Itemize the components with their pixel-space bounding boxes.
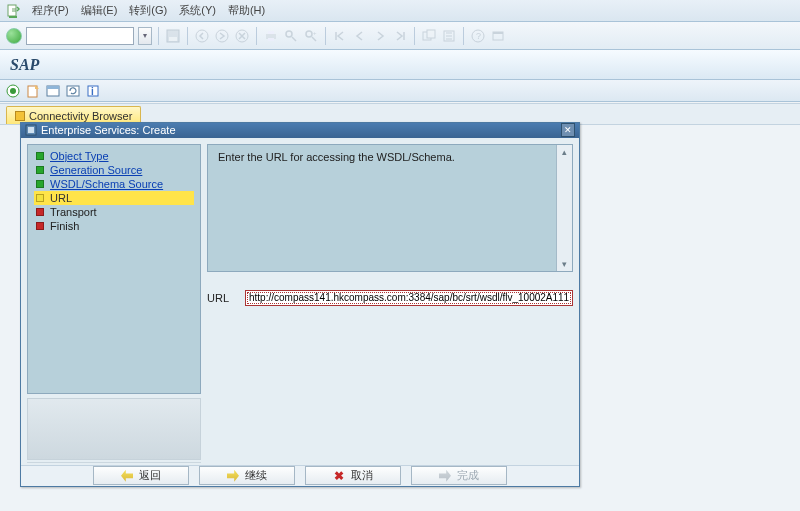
svg-point-3 bbox=[196, 30, 208, 42]
step-label: Transport bbox=[50, 206, 97, 218]
button-label: 完成 bbox=[457, 468, 479, 483]
menu-doc-icon[interactable] bbox=[6, 4, 20, 18]
app-title: SAP bbox=[10, 56, 39, 74]
scroll-down-icon[interactable]: ▾ bbox=[557, 257, 573, 271]
step-wsdl-schema-source[interactable]: WSDL/Schema Source bbox=[34, 177, 194, 191]
dialog-close-icon[interactable]: ✕ bbox=[561, 123, 575, 137]
application-toolbar: i bbox=[0, 80, 800, 102]
instruction-text: Enter the URL for accessing the WSDL/Sch… bbox=[218, 151, 455, 163]
generate-icon bbox=[441, 28, 457, 44]
refresh-icon[interactable] bbox=[66, 84, 80, 98]
connectivity-browser-label: Connectivity Browser bbox=[29, 110, 132, 122]
enter-icon[interactable] bbox=[6, 28, 22, 44]
find-next-icon: + bbox=[303, 28, 319, 44]
menu-system[interactable]: 系统(Y) bbox=[179, 3, 216, 18]
finish-arrow-icon bbox=[439, 470, 451, 482]
last-page-icon bbox=[392, 28, 408, 44]
svg-point-4 bbox=[216, 30, 228, 42]
menu-help[interactable]: 帮助(H) bbox=[228, 3, 265, 18]
dialog-body: Object Type Generation Source WSDL/Schem… bbox=[21, 138, 579, 465]
dialog-button-bar: 返回 继续 ✖取消 完成 bbox=[21, 465, 579, 486]
step-object-type[interactable]: Object Type bbox=[34, 149, 194, 163]
svg-point-10 bbox=[306, 31, 312, 37]
exit-icon bbox=[214, 28, 230, 44]
continue-arrow-icon bbox=[227, 470, 239, 482]
svg-text:i: i bbox=[91, 86, 94, 97]
command-dropdown-icon[interactable]: ▾ bbox=[138, 27, 152, 45]
url-row: URL bbox=[207, 290, 573, 306]
system-toolbar: ▾ + ? bbox=[0, 22, 800, 50]
connectivity-browser-icon bbox=[15, 111, 25, 121]
menu-edit[interactable]: 编辑(E) bbox=[81, 3, 118, 18]
step-transport: Transport bbox=[34, 205, 194, 219]
svg-rect-13 bbox=[427, 30, 435, 38]
wizard-left-panel: Object Type Generation Source WSDL/Schem… bbox=[21, 138, 201, 465]
print-icon bbox=[263, 28, 279, 44]
svg-rect-28 bbox=[28, 127, 34, 133]
status-complete-icon bbox=[36, 180, 44, 188]
wizard-separator bbox=[27, 462, 201, 463]
button-label: 返回 bbox=[139, 468, 161, 483]
display-icon[interactable] bbox=[46, 84, 60, 98]
step-label: Finish bbox=[50, 220, 79, 232]
finish-button: 完成 bbox=[411, 466, 507, 485]
menu-program[interactable]: 程序(P) bbox=[32, 3, 69, 18]
status-complete-icon bbox=[36, 166, 44, 174]
dialog-title: Enterprise Services: Create bbox=[41, 124, 176, 136]
step-generation-source[interactable]: Generation Source bbox=[34, 163, 194, 177]
cancel-icon bbox=[234, 28, 250, 44]
continue-button[interactable]: 继续 bbox=[199, 466, 295, 485]
status-current-icon bbox=[36, 194, 44, 202]
svg-rect-8 bbox=[268, 38, 274, 41]
svg-rect-18 bbox=[493, 32, 503, 34]
step-label[interactable]: Generation Source bbox=[50, 164, 142, 176]
cancel-x-icon: ✖ bbox=[333, 470, 345, 482]
back-button[interactable]: 返回 bbox=[93, 466, 189, 485]
info-icon[interactable]: i bbox=[86, 84, 100, 98]
enterprise-services-dialog: Enterprise Services: Create ✕ Object Typ… bbox=[20, 122, 580, 487]
dialog-icon bbox=[25, 124, 37, 136]
back-icon bbox=[194, 28, 210, 44]
wizard-steps: Object Type Generation Source WSDL/Schem… bbox=[27, 144, 201, 394]
step-label: URL bbox=[50, 192, 72, 204]
step-url[interactable]: URL bbox=[34, 191, 194, 205]
status-pending-icon bbox=[36, 222, 44, 230]
next-page-icon bbox=[372, 28, 388, 44]
new-session-icon bbox=[421, 28, 437, 44]
svg-point-20 bbox=[10, 88, 16, 94]
wizard-thumbnail bbox=[27, 398, 201, 460]
cancel-button[interactable]: ✖取消 bbox=[305, 466, 401, 485]
svg-point-9 bbox=[286, 31, 292, 37]
button-label: 取消 bbox=[351, 468, 373, 483]
menu-bar: 程序(P) 编辑(E) 转到(G) 系统(Y) 帮助(H) bbox=[0, 0, 800, 22]
instruction-box: Enter the URL for accessing the WSDL/Sch… bbox=[207, 144, 573, 272]
execute-icon[interactable] bbox=[6, 84, 20, 98]
step-finish: Finish bbox=[34, 219, 194, 233]
find-icon bbox=[283, 28, 299, 44]
save-icon bbox=[165, 28, 181, 44]
url-label: URL bbox=[207, 292, 237, 304]
status-complete-icon bbox=[36, 152, 44, 160]
layout-icon bbox=[490, 28, 506, 44]
step-label[interactable]: Object Type bbox=[50, 150, 109, 162]
first-page-icon bbox=[332, 28, 348, 44]
scroll-up-icon[interactable]: ▴ bbox=[557, 145, 573, 159]
svg-rect-7 bbox=[268, 31, 274, 34]
instruction-scrollbar[interactable]: ▴ ▾ bbox=[556, 145, 572, 271]
create-icon[interactable] bbox=[26, 84, 40, 98]
step-label[interactable]: WSDL/Schema Source bbox=[50, 178, 163, 190]
menu-goto[interactable]: 转到(G) bbox=[129, 3, 167, 18]
svg-rect-23 bbox=[47, 86, 59, 89]
button-label: 继续 bbox=[245, 468, 267, 483]
svg-rect-2 bbox=[169, 37, 177, 41]
title-bar: SAP bbox=[0, 50, 800, 80]
command-field[interactable] bbox=[26, 27, 134, 45]
svg-text:?: ? bbox=[476, 31, 481, 41]
back-arrow-icon bbox=[121, 470, 133, 482]
status-pending-icon bbox=[36, 208, 44, 216]
dialog-titlebar: Enterprise Services: Create ✕ bbox=[21, 123, 579, 138]
svg-text:+: + bbox=[313, 30, 317, 36]
help-icon: ? bbox=[470, 28, 486, 44]
url-input[interactable] bbox=[245, 290, 573, 306]
wizard-right-panel: Enter the URL for accessing the WSDL/Sch… bbox=[201, 138, 579, 465]
